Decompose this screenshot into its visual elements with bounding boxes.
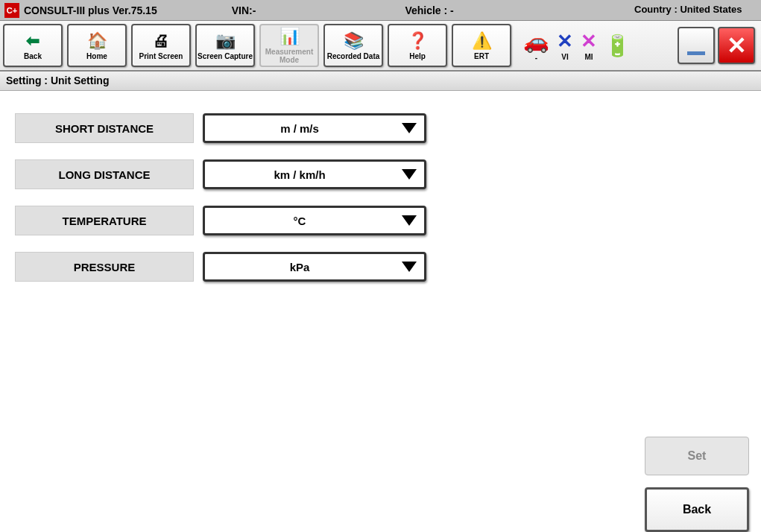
ert-button[interactable]: ⚠️ ERT: [452, 24, 511, 67]
chevron-down-icon: [394, 169, 424, 180]
battery-icon: 🔋: [604, 34, 631, 58]
svg-marker-1: [402, 169, 417, 180]
car-icon: 🚗: [523, 29, 549, 54]
close-button[interactable]: ✕: [718, 27, 755, 64]
dropdown-value: °C: [205, 215, 394, 227]
setting-row-long-distance: LONG DISTANCE km / km/h: [15, 159, 746, 189]
svg-marker-3: [402, 262, 417, 272]
recorded-button[interactable]: 📚 Recorded Data: [323, 24, 383, 67]
temperature-dropdown[interactable]: °C: [203, 206, 426, 235]
content: SHORT DISTANCE m / m/s LONG DISTANCE km …: [0, 91, 761, 320]
dropdown-value: m / m/s: [205, 122, 394, 135]
chevron-down-icon: [394, 123, 424, 133]
toolbar: ⬅ Back 🏠 Home 🖨 Print Screen 📷 Screen Ca…: [0, 21, 761, 72]
help-icon: ❓: [408, 31, 428, 51]
mi-status: ✕ MI: [581, 30, 597, 61]
setting-row-pressure: PRESSURE kPa: [15, 252, 746, 282]
back-button[interactable]: ⬅ Back: [3, 24, 63, 67]
window-controls: ✕: [678, 27, 755, 64]
setting-label: PRESSURE: [15, 252, 194, 282]
home-icon: 🏠: [87, 31, 107, 51]
recorded-data-icon: 📚: [344, 31, 364, 51]
pressure-dropdown[interactable]: kPa: [203, 252, 426, 282]
chevron-down-icon: [394, 262, 424, 272]
x-icon: ✕: [581, 30, 597, 53]
battery-status: 🔋: [604, 34, 631, 58]
home-button[interactable]: 🏠 Home: [67, 24, 127, 67]
back-arrow-icon: ⬅: [26, 31, 40, 51]
app-icon: C+: [4, 3, 19, 18]
setting-row-short-distance: SHORT DISTANCE m / m/s: [15, 113, 746, 143]
vehicle-label: Vehicle : -: [405, 4, 634, 16]
country-label: Country : United States: [634, 4, 761, 15]
dropdown-value: km / km/h: [205, 168, 394, 181]
setting-label: LONG DISTANCE: [15, 159, 194, 189]
help-button[interactable]: ❓ Help: [388, 24, 447, 67]
app-title: CONSULT-III plus Ver.75.15: [24, 4, 157, 16]
print-button[interactable]: 🖨 Print Screen: [131, 24, 191, 67]
dropdown-value: kPa: [205, 261, 394, 273]
car-status: 🚗 -: [523, 29, 549, 62]
short-distance-dropdown[interactable]: m / m/s: [203, 113, 426, 143]
setting-row-temperature: TEMPERATURE °C: [15, 206, 746, 235]
bottom-buttons: Set Back: [645, 437, 749, 532]
breadcrumb: Setting : Unit Setting: [0, 72, 761, 91]
status-icons: 🚗 - ✕ VI ✕ MI 🔋: [523, 29, 631, 62]
vi-status: ✕ VI: [557, 30, 573, 61]
printer-icon: 🖨: [153, 31, 169, 51]
setting-label: TEMPERATURE: [15, 206, 194, 235]
setting-label: SHORT DISTANCE: [15, 113, 194, 143]
header-bar: C+ CONSULT-III plus Ver.75.15 VIN:- Vehi…: [0, 0, 761, 21]
chevron-down-icon: [394, 215, 424, 226]
camera-icon: 📷: [215, 31, 236, 51]
svg-marker-0: [402, 123, 417, 133]
set-button: Set: [645, 437, 749, 475]
back-button-bottom[interactable]: Back: [645, 487, 749, 532]
measurement-button: 📊 Measurement Mode: [259, 24, 319, 67]
svg-marker-2: [402, 215, 417, 226]
x-icon: ✕: [557, 30, 573, 53]
minimize-button[interactable]: [678, 27, 715, 64]
vin-label: VIN:-: [232, 4, 256, 16]
warning-icon: ⚠️: [472, 31, 492, 51]
measurement-icon: 📊: [280, 27, 300, 46]
capture-button[interactable]: 📷 Screen Capture: [195, 24, 255, 67]
long-distance-dropdown[interactable]: km / km/h: [203, 159, 426, 189]
